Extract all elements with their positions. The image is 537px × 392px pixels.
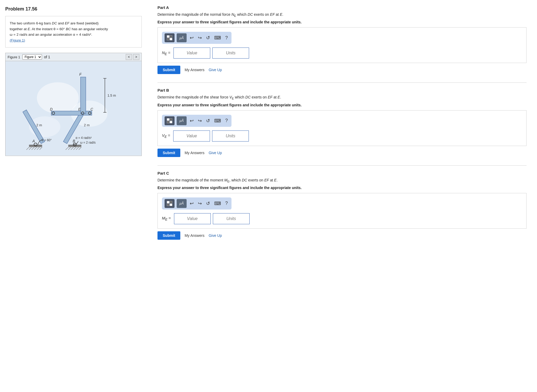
part-c-my-answers: My Answers — [185, 233, 204, 238]
part-a-title: Part A — [157, 5, 527, 10]
part-a-grid-btn[interactable] — [165, 33, 175, 42]
part-c-help-btn[interactable]: ? — [224, 200, 229, 207]
part-a-submit-btn[interactable]: Submit — [157, 66, 180, 74]
part-b-submit-row: Submit My Answers Give Up — [157, 149, 527, 157]
part-b-submit-btn[interactable]: Submit — [157, 149, 180, 157]
part-c-instruction: Express your answer to three significant… — [157, 186, 527, 190]
part-b-value-input[interactable] — [173, 130, 210, 142]
svg-rect-48 — [167, 118, 169, 121]
part-c-symbol-btn[interactable]: μÅ — [177, 199, 187, 208]
svg-text:1.5 m: 1.5 m — [108, 94, 116, 98]
part-a-keyboard-btn[interactable]: ⌨ — [213, 34, 222, 41]
part-bc-divider — [157, 165, 527, 166]
svg-text:F: F — [79, 72, 82, 77]
svg-text:2 m: 2 m — [36, 123, 42, 127]
part-b-description: Determine the magnitude of the shear for… — [157, 95, 527, 101]
svg-rect-23 — [81, 77, 86, 114]
part-a-instruction: Express your answer to three significant… — [157, 20, 527, 24]
svg-text:θ = 60°: θ = 60° — [41, 138, 52, 142]
figure-prev-btn[interactable]: < — [126, 54, 132, 60]
part-b-input-row: VE = — [162, 130, 522, 142]
figure-nav: < > — [126, 54, 139, 60]
part-c-give-up-link[interactable]: Give Up — [209, 233, 222, 238]
svg-rect-55 — [170, 204, 172, 206]
svg-rect-46 — [167, 38, 169, 40]
svg-text:A: A — [32, 139, 35, 143]
svg-text:B: B — [73, 139, 75, 143]
figure-label: Figure 1 — [8, 55, 20, 59]
figure-of: of 1 — [44, 55, 50, 59]
part-b-redo-btn[interactable]: ↪ — [197, 117, 203, 124]
part-c-submit-row: Submit My Answers Give Up — [157, 231, 527, 240]
svg-text:D: D — [50, 107, 52, 111]
svg-text:E: E — [78, 107, 81, 111]
part-c-description: Determine the magnitude of the moment ME… — [157, 177, 527, 184]
svg-rect-52 — [167, 201, 169, 203]
part-c-section: Part C Determine the magnitude of the mo… — [157, 171, 527, 240]
part-b-units-input[interactable] — [212, 130, 249, 142]
svg-rect-47 — [170, 38, 172, 40]
part-b-help-btn[interactable]: ? — [224, 117, 229, 124]
svg-text:2 m: 2 m — [84, 123, 90, 127]
part-a-reset-btn[interactable]: ↺ — [205, 34, 211, 41]
part-a-value-input[interactable] — [173, 48, 210, 59]
svg-text:ω = 2 rad/s: ω = 2 rad/s — [80, 141, 96, 145]
part-b-my-answers: My Answers — [185, 151, 204, 155]
part-a-undo-btn[interactable]: ↩ — [189, 34, 195, 41]
svg-text:α = 4 rad/s²: α = 4 rad/s² — [76, 136, 92, 140]
svg-rect-54 — [167, 204, 169, 206]
svg-text:C: C — [91, 107, 93, 111]
part-c-answer-box: μÅ ↩ ↪ ↺ ⌨ ? ME = — [157, 193, 527, 229]
part-a-answer-box: μÅ ↩ ↪ ↺ ⌨ ? NE = — [157, 27, 527, 63]
part-b-answer-box: μÅ ↩ ↪ ↺ ⌨ ? VE = — [157, 110, 527, 146]
part-a-symbol-btn[interactable]: μÅ — [177, 33, 187, 42]
part-ab-divider — [157, 82, 527, 83]
part-c-value-input[interactable] — [174, 213, 211, 224]
figure-next-btn[interactable]: > — [133, 54, 139, 60]
part-a-var-label: NE = — [162, 50, 170, 56]
svg-rect-49 — [170, 118, 172, 121]
part-b-toolbar: μÅ ↩ ↪ ↺ ⌨ ? — [162, 115, 231, 127]
figure-link[interactable]: (Figure 1) — [10, 38, 25, 42]
figure-select[interactable]: Figure 1 — [22, 54, 42, 60]
part-c-keyboard-btn[interactable]: ⌨ — [213, 200, 222, 207]
part-c-units-input[interactable] — [213, 213, 250, 224]
svg-rect-44 — [167, 35, 169, 38]
svg-rect-51 — [170, 121, 172, 123]
figure-header: Figure 1 Figure 1 of 1 < > — [6, 53, 141, 61]
part-b-keyboard-btn[interactable]: ⌨ — [213, 117, 222, 124]
svg-rect-45 — [170, 35, 172, 38]
part-b-instruction: Express your answer to three significant… — [157, 103, 527, 107]
part-c-toolbar: μÅ ↩ ↪ ↺ ⌨ ? — [162, 197, 231, 210]
part-b-var-label: VE = — [162, 133, 170, 139]
part-b-reset-btn[interactable]: ↺ — [205, 117, 211, 124]
figure-box: Figure 1 Figure 1 of 1 < > — [5, 53, 142, 156]
part-a-section: Part A Determine the magnitude of the no… — [157, 5, 527, 74]
figure-diagram: 1.5 m F D C E A B 2 m 2 m θ = 60° — [6, 61, 141, 156]
part-a-redo-btn[interactable]: ↪ — [197, 34, 203, 41]
part-c-undo-btn[interactable]: ↩ — [189, 200, 195, 207]
part-c-grid-btn[interactable] — [165, 199, 175, 208]
part-c-reset-btn[interactable]: ↺ — [205, 200, 211, 207]
part-b-undo-btn[interactable]: ↩ — [189, 117, 195, 124]
part-c-title: Part C — [157, 171, 527, 175]
part-b-give-up-link[interactable]: Give Up — [209, 151, 222, 155]
part-a-toolbar: μÅ ↩ ↪ ↺ ⌨ ? — [162, 32, 231, 44]
svg-rect-50 — [167, 121, 169, 123]
problem-description: The two uniform 6-kg bars DC and EF are … — [5, 16, 142, 48]
part-c-redo-btn[interactable]: ↪ — [197, 200, 203, 207]
part-b-section: Part B Determine the magnitude of the sh… — [157, 88, 527, 157]
part-a-help-btn[interactable]: ? — [224, 35, 229, 41]
svg-rect-53 — [170, 201, 172, 203]
part-b-symbol-btn[interactable]: μÅ — [177, 116, 187, 125]
part-c-input-row: ME = — [162, 213, 522, 224]
part-a-give-up-link[interactable]: Give Up — [209, 68, 222, 72]
part-c-var-label: ME = — [162, 216, 171, 221]
part-a-units-input[interactable] — [212, 48, 249, 59]
part-c-submit-btn[interactable]: Submit — [157, 231, 180, 240]
problem-title: Problem 17.56 — [5, 6, 142, 12]
part-a-my-answers: My Answers — [185, 68, 204, 72]
part-a-input-row: NE = — [162, 48, 522, 59]
part-b-grid-btn[interactable] — [165, 116, 175, 125]
part-a-description: Determine the magnitude of the normal fo… — [157, 12, 527, 18]
